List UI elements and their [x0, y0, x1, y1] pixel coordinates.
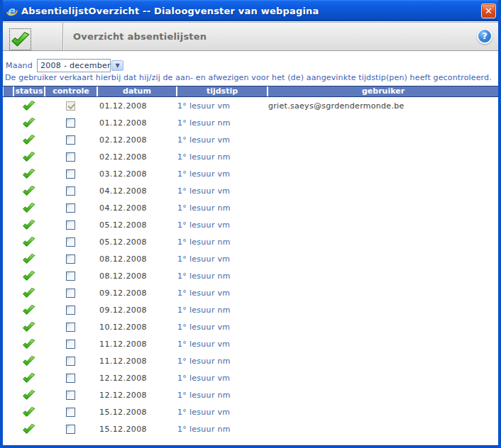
controle-cell	[44, 340, 97, 349]
table-row: 02.12.2008 1° lesuur nm	[3, 148, 498, 165]
month-select[interactable]: 2008 - december ▼	[37, 59, 111, 72]
tijdstip-cell: 1° lesuur vm	[176, 135, 267, 145]
tijdstip-cell: 1° lesuur nm	[176, 425, 267, 434]
tijdstip-cell: 1° lesuur vm	[176, 101, 267, 111]
controle-checkbox[interactable]	[66, 271, 75, 281]
status-check-icon	[22, 356, 35, 366]
controle-checkbox[interactable]	[66, 323, 75, 332]
controle-checkbox[interactable]	[66, 425, 75, 434]
status-cell	[13, 271, 44, 281]
controle-cell	[44, 323, 97, 332]
close-button[interactable]: ✕	[481, 4, 496, 18]
status-check-icon	[22, 135, 35, 145]
status-check-icon	[22, 288, 35, 298]
status-check-icon	[22, 373, 35, 383]
table-row: 15.12.2008 1° lesuur vm	[3, 403, 498, 420]
status-check-icon	[22, 339, 35, 349]
status-check-icon	[22, 101, 35, 111]
datum-cell: 05.12.2008	[97, 237, 176, 247]
controle-checkbox[interactable]	[66, 289, 75, 298]
status-cell	[13, 254, 44, 264]
table-row: 11.12.2008 1° lesuur nm	[3, 352, 498, 369]
absence-table: status controle datum tijdstip gebruiker…	[3, 86, 498, 437]
question-mark-icon: ?	[482, 30, 488, 41]
tijdstip-cell: 1° lesuur vm	[176, 220, 267, 230]
table-row: 08.12.2008 1° lesuur nm	[3, 267, 498, 284]
table-row: 02.12.2008 1° lesuur vm	[3, 131, 498, 148]
tijdstip-cell: 1° lesuur nm	[176, 357, 267, 366]
status-cell	[13, 186, 44, 196]
status-cell	[13, 390, 44, 401]
status-cell	[13, 339, 44, 349]
table-row: 01.12.2008 1° lesuur nm	[3, 114, 498, 131]
table-header-row: status controle datum tijdstip gebruiker	[3, 86, 498, 97]
controle-checkbox[interactable]	[66, 306, 75, 315]
header-gebruiker: gebruiker	[267, 86, 498, 96]
controle-checkbox[interactable]	[66, 101, 75, 111]
controle-cell	[44, 152, 97, 162]
page-title: Overzicht absentielijsten	[73, 23, 207, 50]
toolbar-divider	[62, 23, 63, 50]
table-row: 15.12.2008 1° lesuur nm	[3, 420, 498, 437]
controle-cell	[44, 186, 97, 196]
table-row: 05.12.2008 1° lesuur nm	[3, 233, 498, 250]
status-cell	[13, 135, 44, 145]
table-row: 09.12.2008 1° lesuur nm	[3, 301, 498, 318]
controle-checkbox[interactable]	[66, 203, 75, 213]
status-check-icon	[22, 203, 35, 213]
tijdstip-cell: 1° lesuur vm	[176, 408, 267, 417]
status-check-icon	[22, 118, 35, 128]
controle-cell	[44, 425, 97, 434]
tijdstip-cell: 1° lesuur vm	[176, 186, 267, 196]
status-check-icon	[22, 220, 35, 230]
table-row: 12.12.2008 1° lesuur vm	[3, 369, 498, 386]
controle-cell	[44, 101, 97, 111]
status-cell	[13, 220, 44, 230]
help-button[interactable]: ?	[477, 28, 492, 44]
dialog-window: e AbsentielijstOverzicht -- Dialoogvenst…	[0, 0, 501, 448]
tijdstip-cell: 1° lesuur vm	[176, 254, 267, 264]
controle-checkbox[interactable]	[66, 118, 75, 128]
table-row: 05.12.2008 1° lesuur vm	[3, 216, 498, 233]
datum-cell: 09.12.2008	[97, 289, 176, 298]
confirm-check-button[interactable]	[9, 28, 31, 50]
datum-cell: 11.12.2008	[97, 340, 176, 349]
datum-cell: 01.12.2008	[97, 101, 176, 111]
datum-cell: 12.12.2008	[97, 374, 176, 383]
controle-checkbox[interactable]	[66, 237, 75, 247]
controle-checkbox[interactable]	[66, 254, 75, 264]
datum-cell: 02.12.2008	[97, 152, 176, 162]
controle-checkbox[interactable]	[66, 391, 75, 400]
controle-checkbox[interactable]	[66, 152, 75, 162]
datum-cell: 02.12.2008	[97, 135, 176, 145]
tijdstip-cell: 1° lesuur vm	[176, 323, 267, 332]
controle-checkbox[interactable]	[66, 186, 75, 196]
controle-cell	[44, 237, 97, 247]
datum-cell: 15.12.2008	[97, 408, 176, 417]
status-cell	[13, 356, 44, 366]
controle-cell	[44, 271, 97, 281]
table-row: 12.12.2008 1° lesuur nm	[3, 386, 498, 403]
table-row: 04.12.2008 1° lesuur vm	[3, 182, 498, 199]
controle-checkbox[interactable]	[66, 169, 75, 179]
controle-cell	[44, 306, 97, 315]
tijdstip-cell: 1° lesuur vm	[176, 169, 267, 179]
status-check-icon	[22, 169, 35, 179]
month-label: Maand	[6, 61, 33, 70]
controle-checkbox[interactable]	[66, 374, 75, 383]
controle-cell	[44, 289, 97, 298]
table-row: 03.12.2008 1° lesuur vm	[3, 165, 498, 182]
controle-checkbox[interactable]	[66, 357, 75, 366]
controle-checkbox[interactable]	[66, 340, 75, 349]
datum-cell: 04.12.2008	[97, 203, 176, 213]
internet-explorer-icon: e	[6, 5, 18, 17]
datum-cell: 15.12.2008	[97, 425, 176, 434]
controle-checkbox[interactable]	[66, 220, 75, 230]
controle-checkbox[interactable]	[66, 135, 75, 145]
status-cell	[13, 237, 44, 247]
status-check-icon	[22, 390, 35, 401]
datum-cell: 04.12.2008	[97, 186, 176, 196]
controle-checkbox[interactable]	[66, 408, 75, 417]
table-row: 01.12.2008 1° lesuur vm griet.saeys@sgrd…	[3, 97, 498, 114]
tijdstip-cell: 1° lesuur nm	[176, 271, 267, 281]
